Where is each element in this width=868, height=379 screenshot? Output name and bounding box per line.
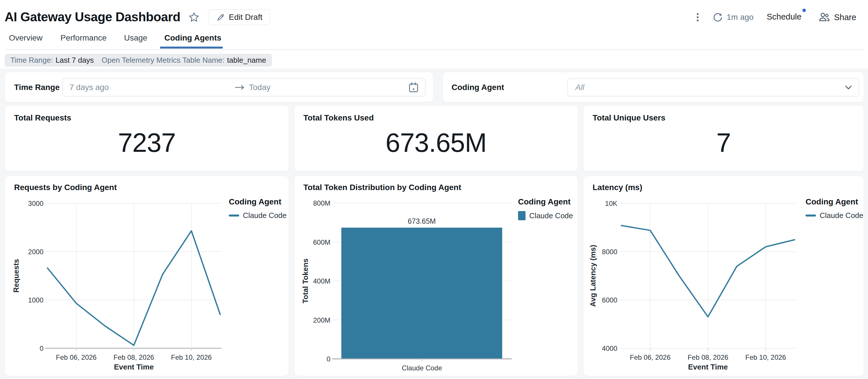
refresh-icon	[713, 12, 723, 23]
share-label: Share	[834, 13, 856, 22]
chip-value: table_name	[227, 56, 266, 65]
svg-text:Feb 06, 2026: Feb 06, 2026	[56, 353, 96, 361]
svg-text:Feb 08, 2026: Feb 08, 2026	[687, 353, 728, 361]
chip-time-range[interactable]: Time Range: Last 7 days	[5, 54, 100, 67]
svg-text:Claude Code: Claude Code	[402, 364, 442, 372]
svg-text:673.65M: 673.65M	[408, 217, 436, 225]
chip-table-name[interactable]: Open Telemetry Metrics Table Name: table…	[96, 54, 272, 67]
kpi-card-total-requests: Total Requests 7237	[5, 106, 289, 171]
svg-text:0: 0	[40, 344, 43, 352]
time-range-start-value: 7 days ago	[69, 83, 109, 92]
legend-entry-claude-code[interactable]: Claude Code	[806, 211, 863, 220]
coding-agent-select[interactable]: All	[567, 78, 859, 96]
refresh-button[interactable]: 1m ago	[713, 11, 753, 24]
chart-card-latency: Latency (ms) 40006000800010KAvg Latency …	[583, 176, 864, 376]
legend-entry-claude-code[interactable]: Claude Code	[518, 211, 573, 220]
tab-performance[interactable]: Performance	[60, 33, 106, 42]
calendar-icon[interactable]	[408, 82, 419, 93]
notification-dot	[802, 9, 806, 12]
legend-line-swatch	[229, 214, 239, 216]
coding-agent-filter-label: Coding Agent	[452, 72, 504, 103]
legend-square-swatch	[518, 211, 526, 220]
dashboard-page: AI Gateway Usage Dashboard Edit Draft	[0, 0, 868, 379]
coding-agent-filter-card: Coding Agent All	[443, 72, 864, 102]
svg-text:400M: 400M	[313, 277, 331, 285]
kpi-value: 673.65M	[294, 127, 578, 159]
chart-card-token-distribution: Total Token Distribution by Coding Agent…	[294, 176, 578, 376]
chip-label: Time Range:	[10, 56, 53, 65]
pencil-icon	[216, 13, 225, 22]
svg-text:0: 0	[327, 355, 331, 363]
time-range-input[interactable]: 7 days ago Today	[62, 78, 425, 96]
svg-text:Total Tokens: Total Tokens	[301, 259, 310, 304]
chart-card-requests: Requests by Coding Agent 0100020003000Re…	[5, 176, 289, 376]
share-button[interactable]: Share	[818, 11, 856, 24]
svg-text:Feb 06, 2026: Feb 06, 2026	[630, 353, 671, 361]
tab-coding-agents[interactable]: Coding Agents	[164, 33, 221, 42]
schedule-button[interactable]: Schedule	[767, 12, 802, 22]
svg-text:600M: 600M	[313, 238, 331, 246]
kebab-menu-icon[interactable]	[692, 11, 703, 24]
favorite-star-button[interactable]	[188, 11, 200, 24]
tab-usage[interactable]: Usage	[124, 33, 147, 42]
coding-agent-selected-value: All	[575, 83, 584, 92]
svg-text:4000: 4000	[602, 344, 617, 352]
chart-legend: Coding Agent Claude Code	[806, 197, 863, 220]
svg-text:2000: 2000	[28, 248, 43, 255]
svg-text:Requests: Requests	[12, 259, 21, 292]
kpi-card-unique-users: Total Unique Users 7	[583, 106, 864, 171]
svg-text:800M: 800M	[313, 199, 331, 207]
legend-line-swatch	[806, 214, 816, 216]
time-range-filter-card: Time Range 7 days ago Today	[5, 72, 433, 102]
time-range-end-value: Today	[249, 83, 271, 92]
svg-text:Feb 10, 2026: Feb 10, 2026	[171, 353, 212, 361]
svg-text:6000: 6000	[602, 296, 617, 304]
svg-text:3000: 3000	[28, 200, 43, 207]
kpi-title: Total Requests	[14, 113, 71, 123]
time-range-filter-label: Time Range	[14, 72, 60, 103]
tab-overview[interactable]: Overview	[9, 33, 42, 42]
svg-text:Event Time: Event Time	[114, 363, 154, 371]
legend-title: Coding Agent	[229, 197, 287, 206]
chart-legend: Coding Agent Claude Code	[518, 197, 573, 220]
legend-title: Coding Agent	[518, 197, 573, 206]
svg-text:8000: 8000	[602, 248, 617, 255]
kpi-value: 7237	[5, 127, 289, 159]
chip-value: Last 7 days	[56, 56, 94, 65]
edit-draft-label: Edit Draft	[229, 13, 262, 22]
svg-text:Event Time: Event Time	[688, 363, 728, 371]
chip-label: Open Telemetry Metrics Table Name:	[102, 56, 224, 65]
svg-text:10K: 10K	[605, 200, 617, 207]
share-people-icon	[818, 12, 830, 23]
refresh-status: 1m ago	[727, 13, 753, 22]
tabs-divider	[5, 49, 863, 50]
chart-legend: Coding Agent Claude Code	[229, 197, 287, 220]
legend-title: Coding Agent	[806, 197, 863, 206]
star-icon	[188, 11, 200, 23]
active-tab-underline	[160, 46, 223, 48]
chevron-down-icon	[845, 85, 852, 90]
arrow-right-icon	[235, 85, 245, 90]
svg-text:200M: 200M	[313, 316, 331, 324]
page-title: AI Gateway Usage Dashboard	[5, 10, 181, 24]
kpi-title: Total Tokens Used	[303, 113, 374, 123]
legend-entry-claude-code[interactable]: Claude Code	[229, 211, 287, 220]
svg-text:Feb 08, 2026: Feb 08, 2026	[114, 353, 154, 361]
svg-text:Feb 10, 2026: Feb 10, 2026	[745, 353, 786, 361]
kpi-card-total-tokens: Total Tokens Used 673.65M	[294, 106, 578, 171]
svg-text:1000: 1000	[28, 296, 43, 304]
kpi-title: Total Unique Users	[593, 113, 665, 123]
kpi-value: 7	[583, 127, 864, 159]
edit-draft-button[interactable]: Edit Draft	[209, 9, 270, 25]
svg-text:Avg Latency (ms): Avg Latency (ms)	[589, 245, 597, 307]
